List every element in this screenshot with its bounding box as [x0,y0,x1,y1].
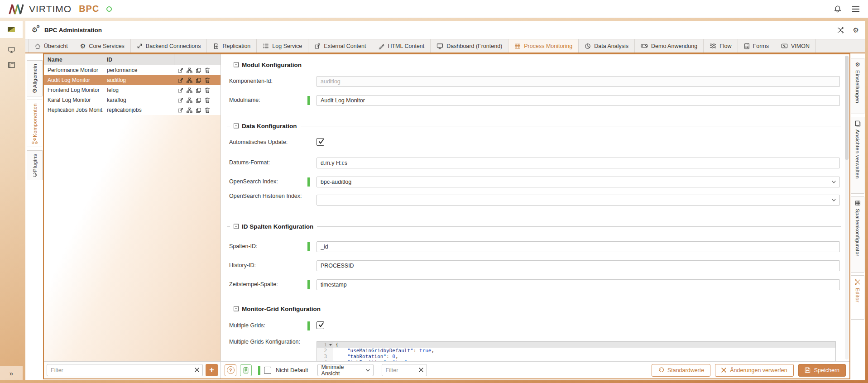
field-label: OpenSearch Index: [229,178,304,185]
spalten-id-field[interactable] [317,241,840,252]
sidebar-item-dashboard[interactable] [0,46,23,53]
list-item-performance[interactable]: Performance Monitor performance [44,65,221,75]
tab-label: Replication [222,43,250,49]
chevron-down-icon[interactable] [832,181,836,183]
save-icon [805,367,810,373]
side-tab-allgemein[interactable]: Allgemein ⚙ [27,60,43,96]
tab-dashboard-frontend[interactable]: Dashboard (Frontend) [431,39,508,53]
copy-icon[interactable] [196,97,201,103]
collapse-section-icon[interactable] [234,124,239,129]
aenderungen-verwerfen-button[interactable]: Änderungen verwerfen [715,364,793,377]
row-name: Performance Monitor [44,65,103,75]
arrows-icon [137,43,143,49]
history-id-field[interactable] [317,260,840,271]
hierarchy-icon [32,138,38,144]
row-name: Frontend Log Monitor [44,85,103,95]
help-button[interactable]: ? [225,364,236,376]
open-edit-icon[interactable] [177,97,183,103]
tab-data-analysis[interactable]: Data Analysis [579,39,635,53]
speichern-button[interactable]: Speichern [798,364,846,377]
tab-backend-connections[interactable]: Backend Connections [131,39,207,53]
komponenten-id-field[interactable] [317,76,840,87]
menu-icon[interactable] [852,6,860,12]
column-header-id[interactable]: ID [103,54,174,65]
hierarchy-icon[interactable] [187,107,192,113]
scrollbar-thumb[interactable] [845,56,849,160]
sidebar-item-bpc-admin[interactable] [0,21,23,38]
multiple-grids-checkbox[interactable] [317,321,324,329]
tab-uebersicht[interactable]: Übersicht [28,39,74,53]
copy-icon[interactable] [196,107,201,113]
hierarchy-icon[interactable] [187,77,192,83]
tab-demo-anwendung[interactable]: Demo Anwendung [635,39,704,53]
tab-process-monitoring[interactable]: Process Monitoring [508,39,579,53]
tab-external-content[interactable]: External Content [308,39,372,53]
auto-update-checkbox[interactable] [317,138,324,146]
sidebar-expand-button[interactable]: » [0,366,23,380]
side-tab-editor[interactable]: Editor [851,275,864,320]
hierarchy-icon[interactable] [187,87,192,93]
tab-flow[interactable]: Flow [704,39,738,53]
trash-icon[interactable] [205,67,210,73]
list-item-karaflog[interactable]: Karaf Log Monitor karaflog [44,95,221,105]
side-tab-spaltenkonfigurator[interactable]: Spaltenkonfigurator [851,196,864,273]
copy-icon[interactable] [196,77,201,83]
tab-label: Übersicht [44,43,68,49]
hierarchy-icon[interactable] [187,97,192,103]
list-item-auditlog[interactable]: Audit Log Monitor auditlog [44,75,221,85]
list-item-felog[interactable]: Frontend Log Monitor felog [44,85,221,95]
hierarchy-icon[interactable] [187,67,192,73]
datums-format-field[interactable] [317,158,840,168]
sidebar-item-panel[interactable] [0,62,23,68]
opensearch-index-combo[interactable] [317,177,840,187]
bell-icon[interactable] [834,5,842,13]
grids-konfiguration-code-editor[interactable]: 1 { 2 "useMainGridbyDefault": true, 3 "t… [317,341,836,361]
form-scrollbar[interactable] [845,56,849,359]
side-tab-label: Plugins [32,154,38,172]
zeitstempel-spalte-field[interactable] [317,279,840,290]
copy-icon[interactable] [196,87,201,93]
clear-filter-icon[interactable] [195,368,199,372]
side-tab-komponenten[interactable]: Komponenten [27,100,43,147]
collapse-section-icon[interactable] [234,62,239,67]
ansicht-select[interactable]: Minimale Ansicht [317,364,374,376]
trash-icon[interactable] [205,107,210,113]
tab-html-content[interactable]: HTML Content [372,39,431,53]
bpc-admin-app-icon [7,27,15,33]
tab-vimon[interactable]: VIMON [775,39,816,53]
tab-replication[interactable]: Replication [207,39,257,53]
copy-icon[interactable] [196,67,201,73]
tab-label: Forms [753,43,769,49]
add-component-button[interactable]: + [206,364,218,376]
nicht-default-checkbox[interactable] [264,367,271,374]
collapse-section-icon[interactable] [234,224,239,229]
list-filter-input[interactable] [47,364,203,376]
tab-log-service[interactable]: Log Service [257,39,308,53]
clear-filter-icon[interactable] [419,368,423,372]
document-arrow-icon [213,43,219,49]
column-header-name[interactable]: Name [44,54,103,65]
side-tab-plugins[interactable]: Plugins [27,150,43,180]
list-item-replicationjobs[interactable]: Replication Jobs Monit... replicationjob… [44,105,221,115]
fold-caret-icon[interactable] [328,342,333,348]
modulname-field[interactable] [317,95,840,106]
side-tab-einstellungen[interactable]: ⚙ Einstellungen [851,58,864,114]
open-edit-icon[interactable] [177,107,183,113]
gear-icon[interactable]: ⚙ [853,27,859,34]
open-edit-icon[interactable] [177,67,183,73]
collapse-section-icon[interactable] [234,306,239,311]
open-edit-icon[interactable] [177,87,183,93]
standardwerte-button[interactable]: Standardwerte [652,364,710,377]
opensearch-historien-combo[interactable] [317,195,840,206]
clipboard-button[interactable] [240,364,252,376]
open-edit-icon[interactable] [177,77,183,83]
shuffle-icon[interactable] [837,27,845,34]
tab-forms[interactable]: Forms [738,39,775,53]
grid-icon [514,43,521,49]
trash-icon[interactable] [205,87,210,93]
side-tab-ansichten-verwalten[interactable]: Ansichten verwalten [851,117,864,194]
tab-core-services[interactable]: ⚙ Core Services [74,39,131,53]
chevron-down-icon[interactable] [832,199,836,201]
trash-icon[interactable] [205,97,210,103]
trash-icon[interactable] [205,77,210,83]
